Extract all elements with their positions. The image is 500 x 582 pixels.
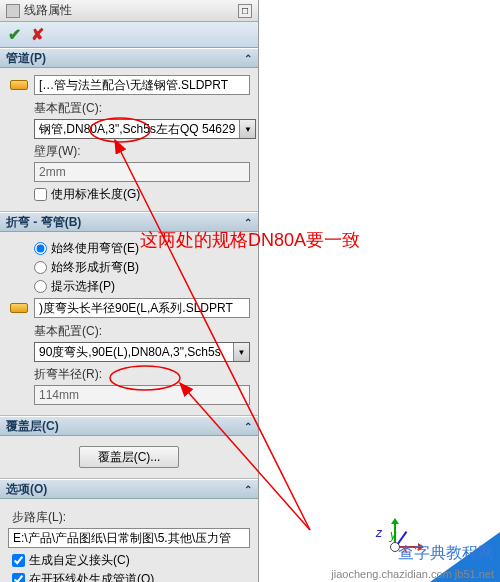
panel-icon [6, 4, 20, 18]
action-bar: ✔ ✘ [0, 22, 258, 48]
use-std-checkbox[interactable] [34, 188, 47, 201]
opt-c1-label: 生成自定义接头(C) [29, 552, 130, 569]
bend-r2-label: 始终形成折弯(B) [51, 259, 139, 276]
property-panel: 线路属性 □ ✔ ✘ 管道(P) ⌃ […管与法兰配合\无缝钢管.SLDPRT … [0, 0, 259, 582]
chevron-down-icon[interactable]: ▼ [239, 120, 255, 138]
chevron-up-icon: ⌃ [244, 217, 252, 228]
bend-r3-label: 提示选择(P) [51, 278, 115, 295]
bend-radio-elbow[interactable] [34, 242, 47, 255]
bend-config-label: 基本配置(C): [34, 323, 250, 340]
opt-c2-label: 在开环线处生成管道(O) [29, 571, 154, 582]
watermark-url: jiaocheng.chazidian.com jb51.net [331, 568, 494, 580]
pipe-config-combo[interactable]: 钢管,DN80A,3",Sch5s左右QQ 54629 ▼ [34, 119, 256, 139]
bend-file-field[interactable]: )度弯头长半径90E(L,A系列.SLDPRT [34, 298, 250, 318]
ok-button[interactable]: ✔ [8, 25, 21, 44]
elbow-icon [8, 297, 30, 319]
cover-button[interactable]: 覆盖层(C)... [79, 446, 180, 468]
pipe-thickness-field: 2mm [34, 162, 250, 182]
chevron-down-icon[interactable]: ▼ [233, 343, 249, 361]
bend-radio-prompt[interactable] [34, 280, 47, 293]
panel-title: 线路属性 [24, 2, 234, 19]
section-bend-title: 折弯 - 弯管(B) [6, 214, 81, 231]
pipe-config-value: 钢管,DN80A,3",Sch5s左右QQ 54629 [35, 121, 239, 138]
chevron-up-icon: ⌃ [244, 484, 252, 495]
bend-r1-label: 始终使用弯管(E) [51, 240, 139, 257]
section-pipe-title: 管道(P) [6, 50, 46, 67]
section-cover-body: 覆盖层(C)... [0, 436, 258, 479]
axis-y-label: y [390, 528, 396, 542]
bend-radius-label: 折弯半径(R): [34, 366, 250, 383]
bend-radius-field: 114mm [34, 385, 250, 405]
section-options-body: 步路库(L): E:\产品\产品图纸\日常制图\5.其他\压力管 生成自定义接头… [0, 499, 258, 582]
chevron-up-icon: ⌃ [244, 53, 252, 64]
graphics-viewport[interactable]: y x z [259, 0, 500, 582]
section-cover-header[interactable]: 覆盖层(C) ⌃ [0, 416, 258, 436]
cancel-button[interactable]: ✘ [31, 25, 44, 44]
opt-open-ends-checkbox[interactable] [12, 573, 25, 582]
section-options-header[interactable]: 选项(O) ⌃ [0, 479, 258, 499]
pin-button[interactable]: □ [238, 4, 252, 18]
section-bend-body: 始终使用弯管(E) 始终形成折弯(B) 提示选择(P) )度弯头长半径90E(L… [0, 232, 258, 416]
section-options-title: 选项(O) [6, 481, 47, 498]
watermark-site: 查字典教程网 [398, 543, 494, 564]
panel-header: 线路属性 □ [0, 0, 258, 22]
pipe-config-label: 基本配置(C): [34, 100, 250, 117]
pipe-file-field[interactable]: […管与法兰配合\无缝钢管.SLDPRT [34, 75, 250, 95]
section-cover-title: 覆盖层(C) [6, 418, 59, 435]
routelib-label: 步路库(L): [12, 509, 250, 526]
pipe-icon [8, 74, 30, 96]
section-bend-header[interactable]: 折弯 - 弯管(B) ⌃ [0, 212, 258, 232]
chevron-up-icon: ⌃ [244, 421, 252, 432]
use-std-label: 使用标准长度(G) [51, 186, 140, 203]
pipe-thickness-label: 壁厚(W): [34, 143, 250, 160]
section-pipe-header[interactable]: 管道(P) ⌃ [0, 48, 258, 68]
axis-z-label: z [376, 526, 382, 540]
section-pipe-body: […管与法兰配合\无缝钢管.SLDPRT 基本配置(C): 钢管,DN80A,3… [0, 68, 258, 212]
bend-config-combo[interactable]: 90度弯头,90E(L),DN80A,3",Sch5s ▼ [34, 342, 250, 362]
bend-radio-form[interactable] [34, 261, 47, 274]
routelib-field[interactable]: E:\产品\产品图纸\日常制图\5.其他\压力管 [8, 528, 250, 548]
opt-custom-fitting-checkbox[interactable] [12, 554, 25, 567]
bend-config-value: 90度弯头,90E(L),DN80A,3",Sch5s [35, 344, 233, 361]
